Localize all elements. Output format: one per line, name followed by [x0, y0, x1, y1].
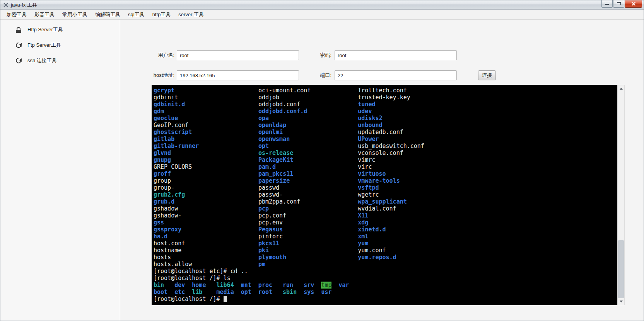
- refresh-icon: [15, 41, 22, 49]
- scroll-down-button[interactable]: [618, 298, 624, 305]
- maximize-button[interactable]: [613, 0, 624, 8]
- terminal-entry: vmware-tools: [358, 177, 400, 184]
- terminal-entry: os-release: [258, 149, 358, 156]
- terminal-line: GeoIP.confopenldapunbound: [154, 122, 617, 129]
- menu-item-encrypt-tools[interactable]: 加密工具: [3, 10, 31, 20]
- terminal-entry: group: [154, 177, 258, 184]
- terminal-line: glvndos-releasevconsole.conf: [154, 149, 617, 156]
- terminal-entry: gdbinit: [154, 94, 258, 101]
- terminal-entry: vsftpd: [358, 184, 379, 191]
- terminal-entry: groff: [154, 170, 258, 177]
- terminal-entry: gcrypt: [154, 87, 258, 94]
- terminal-line: [root@localhost /]#: [154, 296, 617, 302]
- terminal-entry: Pegasus: [258, 226, 358, 233]
- host-input[interactable]: [177, 70, 299, 80]
- terminal-line: bootetclibmediaoptrootsbinsysusr: [154, 289, 617, 296]
- menu-item-codec-tools[interactable]: 编解码工具: [91, 10, 124, 20]
- terminal-panel: gcryptoci-umount.confTrolltech.confgdbin…: [152, 85, 625, 305]
- terminal-entry: lib: [192, 289, 216, 296]
- terminal-entry: wvdial.conf: [358, 205, 396, 212]
- terminal-entry: opa: [258, 115, 358, 122]
- terminal-entry: gshadow: [154, 205, 258, 212]
- terminal-entry: gdbinit.d: [154, 101, 258, 108]
- terminal-entry: lib64: [217, 282, 241, 289]
- main-panel: 用户名: 密码: host地址: 端口: 连接 gcryptoci-umount…: [120, 20, 644, 321]
- sidebar-item-label: Ftp Server工具: [27, 42, 61, 49]
- scroll-up-button[interactable]: [618, 85, 624, 92]
- terminal-entry: yum.repos.d: [358, 254, 396, 261]
- terminal-line: groffpam_pkcs11virtuoso: [154, 170, 617, 177]
- terminal-line: hostnamepkiyum.conf: [154, 247, 617, 254]
- app-window: java-fx 工具 加密工具 影音工具 常用小工具 编解码工具 sql工具 h…: [0, 0, 644, 321]
- password-input[interactable]: [335, 50, 457, 60]
- terminal-entry: GeoIP.conf: [154, 122, 258, 129]
- terminal-line: gsspcp.envxdg: [154, 219, 617, 226]
- terminal-entry: udisks2: [358, 115, 382, 122]
- terminal-entry: pam.d: [258, 163, 358, 170]
- port-label: 端口:: [304, 70, 331, 80]
- terminal-entry: gnupg: [154, 156, 258, 163]
- terminal-entry: proc: [258, 282, 283, 289]
- terminal-entry: plymouth: [258, 254, 358, 261]
- terminal-entry: gitlab-runner: [154, 143, 258, 149]
- menu-item-server-tools[interactable]: server 工具: [174, 10, 208, 20]
- minimize-icon: [605, 4, 609, 5]
- terminal-scrollbar[interactable]: [617, 85, 625, 305]
- terminal-entry: grub2.cfg: [154, 191, 258, 198]
- terminal-entry: openlmi: [258, 129, 358, 136]
- terminal-line: [root@localhost /]# ls: [154, 275, 617, 282]
- terminal-entry: pcp.env: [258, 219, 358, 226]
- terminal-entry: boot: [154, 289, 174, 296]
- terminal-entry: vimrc: [358, 156, 375, 163]
- terminal-entry: usb_modeswitch.conf: [358, 143, 424, 149]
- terminal-entry: yum.conf: [358, 247, 386, 254]
- terminal-line: ha.dpinforcxml: [154, 233, 617, 240]
- sidebar-item-label: Http Server工具: [27, 26, 63, 33]
- terminal-entry: glvnd: [154, 149, 258, 156]
- terminal-line: ghostscriptopenlmiupdatedb.conf: [154, 129, 617, 136]
- sidebar-item-ftp-server[interactable]: Ftp Server工具: [0, 37, 120, 53]
- connect-button[interactable]: 连接: [478, 70, 496, 80]
- host-label: host地址:: [128, 70, 174, 80]
- terminal-entry: updatedb.conf: [358, 129, 403, 136]
- port-input[interactable]: [335, 70, 457, 80]
- terminal-entry: gssproxy: [154, 226, 258, 233]
- terminal-entry: gdm: [154, 108, 258, 115]
- terminal-entry: gitlab: [154, 136, 258, 143]
- window-controls: [601, 0, 642, 8]
- content-area: Http Server工具 Ftp Server工具 ssh 连接工具 用户名:…: [0, 20, 644, 321]
- terminal-line: gcryptoci-umount.confTrolltech.conf: [154, 87, 617, 94]
- sidebar-item-http-server[interactable]: Http Server工具: [0, 22, 120, 37]
- terminal-screen[interactable]: gcryptoci-umount.confTrolltech.confgdbin…: [152, 85, 617, 305]
- arrow-down-icon: [620, 301, 623, 302]
- terminal-entry: hosts: [154, 254, 258, 261]
- menu-item-common-tools[interactable]: 常用小工具: [58, 10, 91, 20]
- terminal-entry: usr: [321, 289, 338, 296]
- terminal-line: group-passwdvsftpd: [154, 184, 617, 191]
- menu-item-media-tools[interactable]: 影音工具: [31, 10, 58, 20]
- terminal-entry: openldap: [258, 122, 358, 129]
- menu-item-http-tools[interactable]: http工具: [149, 10, 175, 20]
- terminal-entry: pbm2ppa.conf: [258, 198, 358, 205]
- terminal-entry: xdg: [358, 219, 368, 226]
- terminal-entry: oddjob: [258, 94, 358, 101]
- scroll-thumb[interactable]: [618, 240, 624, 298]
- terminal-entry: run: [283, 282, 304, 289]
- password-label: 密码:: [304, 50, 331, 60]
- arrow-up-icon: [620, 88, 623, 90]
- terminal-entry: passwd-: [258, 191, 358, 198]
- terminal-line: bindevhomelib64mntprocrunsrvtmpvar: [154, 282, 617, 289]
- terminal-entry: pcp.conf: [258, 212, 358, 219]
- menu-item-sql-tools[interactable]: sql工具: [124, 10, 149, 20]
- terminal-entry: vconsole.conf: [358, 149, 403, 156]
- terminal-line: gitlabopenwsmanUPower: [154, 136, 617, 143]
- terminal-entry: pki: [258, 247, 358, 254]
- sidebar-item-ssh-connect[interactable]: ssh 连接工具: [0, 53, 120, 68]
- terminal-line: gdmoddjobd.conf.dudev: [154, 108, 617, 115]
- terminal-entry: pam_pkcs11: [258, 170, 358, 177]
- minimize-button[interactable]: [601, 0, 613, 8]
- close-button[interactable]: [625, 0, 642, 8]
- terminal-entry: gss: [154, 219, 258, 226]
- username-input[interactable]: [177, 50, 299, 60]
- terminal-entry: wgetrc: [358, 191, 379, 198]
